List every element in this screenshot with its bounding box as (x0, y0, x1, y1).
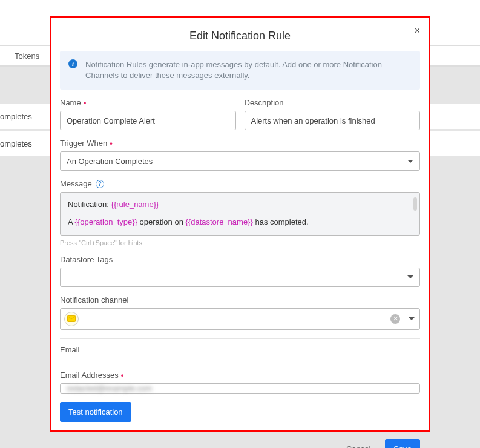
message-hint: Press "Ctrl+Space" for hints (60, 239, 420, 246)
cancel-button[interactable]: Cancel (338, 439, 379, 448)
info-icon: i (68, 59, 77, 68)
trigger-label-text: Trigger When (60, 139, 107, 148)
email-addresses-label-text: Email Addresses (60, 371, 119, 380)
message-textarea[interactable]: Notification: {{rule_name}} A {{operatio… (60, 192, 420, 236)
token-datastore-name: {{datastore_name}} (185, 217, 252, 226)
message-text: operation on (137, 217, 186, 226)
notification-channel-label: Notification channel (60, 295, 420, 305)
email-addresses-label: Email Addresses • (60, 371, 420, 380)
datastore-tags-label: Datastore Tags (60, 255, 420, 264)
notification-channel-select[interactable]: ✕ (60, 308, 420, 330)
email-section-label: Email (60, 345, 420, 354)
tokens-tab[interactable]: Tokens (15, 51, 39, 61)
email-address-value: redacted@example.com (67, 384, 152, 393)
mail-icon (67, 315, 76, 322)
test-notification-button[interactable]: Test notification (60, 402, 131, 422)
bg-row-text: ompletes (0, 112, 32, 121)
save-button[interactable]: Save (385, 439, 420, 448)
message-label: Message ? (60, 179, 420, 188)
chevron-down-icon (407, 160, 413, 163)
token-operation-type: {{operation_type}} (75, 217, 137, 226)
trigger-select-value: An Operation Completes (67, 157, 153, 166)
section-divider (60, 364, 420, 364)
info-banner: i Notification Rules generate in-app mes… (60, 51, 420, 90)
bg-row-text: ompletes (0, 139, 32, 148)
email-addresses-input[interactable]: redacted@example.com (60, 383, 420, 394)
chevron-down-icon (409, 317, 415, 320)
name-input[interactable] (60, 111, 236, 130)
name-label: Name • (60, 98, 236, 107)
message-text: A (68, 217, 75, 226)
info-banner-text: Notification Rules generate in-app messa… (85, 60, 382, 80)
chevron-down-icon (407, 275, 413, 278)
datastore-tags-select[interactable] (60, 268, 420, 287)
message-text: has completed. (253, 217, 309, 226)
help-icon[interactable]: ? (96, 180, 104, 188)
required-indicator: • (110, 139, 113, 148)
description-input[interactable] (245, 111, 421, 130)
edit-notification-rule-modal: × Edit Notification Rule i Notification … (50, 16, 430, 432)
description-label: Description (245, 98, 421, 107)
name-label-text: Name (60, 98, 81, 107)
required-indicator: • (121, 371, 124, 380)
message-text: Notification: (68, 200, 111, 209)
required-indicator: • (84, 98, 87, 107)
clear-icon[interactable]: ✕ (390, 314, 400, 324)
email-channel-chip[interactable] (64, 312, 79, 326)
section-divider (60, 338, 420, 339)
trigger-select[interactable]: An Operation Completes (60, 151, 420, 171)
message-label-text: Message (60, 179, 92, 188)
token-rule-name: {{rule_name}} (111, 200, 159, 209)
scrollbar-thumb[interactable] (413, 197, 417, 211)
modal-title: Edit Notification Rule (60, 30, 420, 42)
close-icon[interactable]: × (415, 26, 420, 36)
trigger-label: Trigger When • (60, 139, 420, 148)
